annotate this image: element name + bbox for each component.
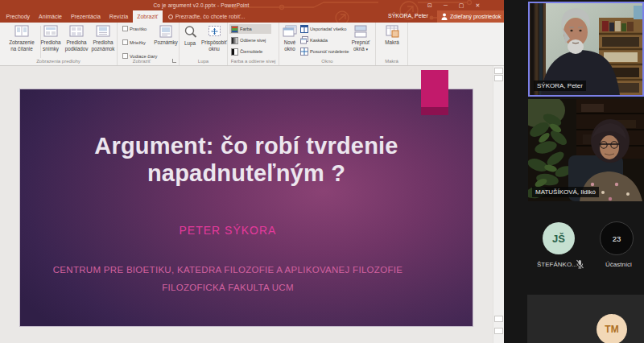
ribbon-group-master-views: Zobrazenie na čítanie Predloha snímky Pr… bbox=[0, 23, 118, 65]
cascade-icon bbox=[300, 36, 308, 44]
grayscale-icon bbox=[231, 37, 238, 44]
grayscale-button[interactable]: Odtiene sivej bbox=[229, 35, 267, 45]
participants-label: Účastníci bbox=[605, 261, 632, 268]
participants-count-circle[interactable]: 23 bbox=[600, 221, 634, 255]
video-tile-matusikova[interactable]: MATUŠÍKOVÁ, Ildikó bbox=[528, 99, 644, 201]
move-split-button[interactable]: Posunúť rozdelenie bbox=[299, 47, 350, 56]
arrange-all-button[interactable]: Usporiadať všetko bbox=[299, 24, 348, 34]
ribbon-group-macros: Makrá Makrá bbox=[376, 23, 408, 65]
group-label: Lupa bbox=[180, 59, 227, 64]
group-label: Makrá bbox=[376, 59, 407, 64]
color-icon bbox=[231, 26, 238, 33]
zoom-button[interactable]: Lupa bbox=[180, 25, 200, 47]
ribbon-tabs: Prechody Animácie Prezentácia Revízia Zo… bbox=[2, 10, 250, 23]
slide-editing-area: Argument: čo robí tvrdenie napadnuteľným… bbox=[0, 66, 493, 343]
titlebar: Co je argument v2.0.pptx - PowerPoint ⊡ … bbox=[0, 0, 504, 23]
tab-animacie[interactable]: Animácie bbox=[35, 10, 67, 23]
signed-in-user[interactable]: SÝKORA, Peter bbox=[388, 13, 428, 19]
slide-title[interactable]: Argument: čo robí tvrdenie napadnuteľným… bbox=[20, 132, 473, 187]
share-button[interactable]: Zdieľaný prostriedok bbox=[437, 10, 504, 23]
minimize-button[interactable]: ─ bbox=[444, 2, 448, 9]
group-label: Farba a odtiene sivej bbox=[228, 59, 279, 64]
black-white-icon bbox=[231, 48, 238, 56]
participant-name-label: ŠTEFÁNKO... bbox=[537, 261, 577, 268]
group-label: Zobrazenia predlohy bbox=[0, 59, 117, 64]
scrollbar-thumb[interactable] bbox=[494, 75, 503, 81]
desktop: Co je argument v2.0.pptx - PowerPoint ⊡ … bbox=[0, 0, 644, 343]
reading-view-button[interactable]: Zobrazenie na čítanie bbox=[5, 25, 39, 52]
checkbox[interactable] bbox=[122, 39, 128, 45]
mic-muted-icon bbox=[576, 259, 584, 269]
tab-prechody[interactable]: Prechody bbox=[2, 10, 35, 23]
tab-prezentacia[interactable]: Prezentácia bbox=[66, 10, 105, 23]
fit-to-window-button[interactable]: Prispôsobiť oknu bbox=[200, 25, 228, 52]
participant-name-label: SÝKORA, Peter bbox=[534, 81, 586, 91]
macros-button[interactable]: Makrá bbox=[379, 25, 405, 46]
close-button[interactable]: ✕ bbox=[475, 2, 480, 9]
fit-window-icon bbox=[208, 25, 221, 38]
avatar-tm: TM bbox=[597, 314, 627, 343]
new-window-button[interactable]: Nové okno bbox=[279, 25, 300, 52]
maximize-button[interactable]: ▢ bbox=[459, 2, 464, 9]
ribbon-group-zoom: Lupa Prispôsobiť oknu Lupa bbox=[180, 23, 228, 65]
video-matusikova bbox=[528, 99, 644, 201]
notes-icon bbox=[159, 25, 173, 38]
gridlines-checkbox[interactable]: Mriežky bbox=[122, 39, 146, 45]
color-button[interactable]: Farba bbox=[229, 24, 271, 34]
ribbon-group-window: Nové okno Usporiadať všetko Kaskáda Posu… bbox=[279, 23, 376, 65]
notes-button[interactable]: Poznámky bbox=[153, 25, 179, 46]
checkbox[interactable] bbox=[122, 26, 128, 31]
window-title: Co je argument v2.0.pptx - PowerPoint bbox=[125, 2, 278, 8]
vertical-scrollbar[interactable] bbox=[493, 66, 504, 343]
arrange-all-icon bbox=[300, 25, 308, 33]
slide-master-icon bbox=[43, 25, 58, 38]
dialog-launcher[interactable] bbox=[172, 59, 176, 63]
video-tile-sykora[interactable]: SÝKORA, Peter bbox=[528, 2, 644, 97]
ribbon: ni Zobrazenie na čítanie Predloha snímky… bbox=[0, 23, 504, 66]
powerpoint-window: Co je argument v2.0.pptx - PowerPoint ⊡ … bbox=[0, 0, 504, 343]
switch-windows-button[interactable]: Prepnúť okná ▾ bbox=[347, 25, 374, 52]
ruler-checkbox[interactable]: Pravítko bbox=[122, 26, 147, 31]
dropdown-arrow-icon: ▾ bbox=[365, 47, 368, 52]
magnifier-icon bbox=[184, 25, 197, 39]
slide[interactable]: Argument: čo robí tvrdenie napadnuteľným… bbox=[19, 89, 473, 327]
tab-revizia[interactable]: Revízia bbox=[105, 10, 132, 23]
next-slide-button[interactable] bbox=[494, 328, 503, 334]
participant-name-label: MATUŠÍKOVÁ, Ildikó bbox=[532, 187, 599, 197]
move-split-icon bbox=[300, 48, 308, 56]
ribbon-group-color: Farba Odtiene sivej Čiernobiele Farba a … bbox=[228, 23, 279, 65]
switch-windows-icon bbox=[353, 25, 368, 38]
ribbon-display-options-button[interactable]: ⊡ bbox=[427, 2, 432, 9]
tell-me-box[interactable]: Prezraďte, čo chcete robiť... bbox=[163, 10, 251, 23]
meeting-panel: SÝKORA, Peter bbox=[504, 0, 644, 343]
slide-affiliation[interactable]: CENTRUM PRE BIOETIKU, KATEDRA FILOZOFIE … bbox=[2, 261, 454, 296]
notes-master-icon bbox=[96, 25, 110, 38]
cascade-button[interactable]: Kaskáda bbox=[299, 35, 329, 45]
ribbon-group-show: Pravítko Mriežky Vodiace čiary Poznámky … bbox=[118, 23, 180, 65]
scroll-up-button[interactable] bbox=[494, 68, 503, 74]
video-tile-tm[interactable]: TM bbox=[527, 295, 644, 343]
group-label: Zobraziť bbox=[118, 59, 166, 64]
handout-master-icon bbox=[69, 25, 84, 38]
new-window-icon bbox=[283, 25, 297, 38]
black-white-button[interactable]: Čiernobiele bbox=[229, 47, 264, 56]
person-icon bbox=[441, 13, 448, 20]
checkbox[interactable] bbox=[122, 53, 128, 59]
guides-checkbox[interactable]: Vodiace čiary bbox=[122, 53, 157, 59]
slide-author[interactable]: PETER SÝKORA bbox=[2, 224, 454, 237]
notes-master-button[interactable]: Predloha poznámok bbox=[88, 25, 118, 52]
avatar-stefanko[interactable]: JŠ bbox=[543, 222, 575, 254]
slide-accent-rectangle bbox=[421, 70, 448, 115]
lightbulb-icon bbox=[168, 14, 173, 19]
tab-zobrazit[interactable]: Zobraziť bbox=[133, 10, 163, 23]
reading-view-icon bbox=[14, 25, 29, 38]
group-label: Okno bbox=[279, 59, 375, 64]
macros-icon bbox=[385, 25, 399, 38]
previous-slide-button[interactable] bbox=[494, 316, 503, 322]
